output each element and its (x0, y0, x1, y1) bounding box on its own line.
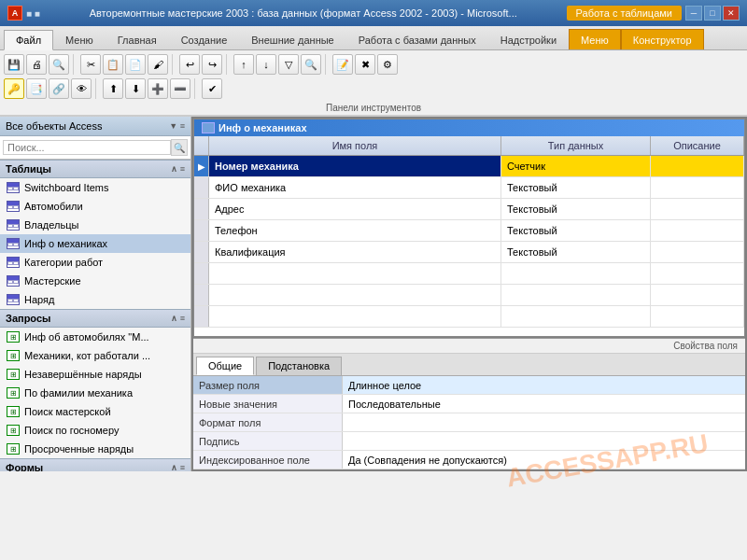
nav-item-q6[interactable]: ⊞ Поиск по госномеру (0, 421, 190, 440)
tab-designer[interactable]: Конструктор (621, 29, 704, 49)
nav-item-categories[interactable]: Категории работ (0, 253, 190, 272)
tab-home[interactable]: Главная (106, 29, 169, 49)
tab-menu1[interactable]: Меню (53, 29, 106, 49)
table-row-empty[interactable] (194, 306, 744, 328)
prop-row-new-values[interactable]: Новые значения Последовательные (193, 395, 745, 413)
nav-item-cars[interactable]: Автомобили (0, 197, 190, 216)
nav-item-workshops[interactable]: Мастерские (0, 272, 190, 290)
cell-desc-3[interactable] (651, 199, 744, 219)
prop-row-indexed[interactable]: Индексированное поле Да (Совпадения не д… (193, 451, 745, 469)
table-row-empty[interactable] (194, 263, 744, 285)
queries-section-header[interactable]: Запросы ∧ ≡ (0, 309, 190, 328)
toolbar-btn-check[interactable]: ✔ (202, 78, 222, 99)
cell-type-5[interactable]: Текстовый (501, 242, 651, 262)
tab-create[interactable]: Создание (169, 29, 240, 49)
nav-search-bar: 🔍 (0, 136, 190, 160)
prop-value-size[interactable]: Длинное целое (343, 376, 745, 394)
table-row[interactable]: Телефон Текстовый (194, 220, 744, 242)
maximize-button[interactable]: □ (704, 6, 721, 21)
nav-item-q4[interactable]: ⊞ По фамилии механика (0, 384, 190, 402)
cell-field-3[interactable]: Адрес (209, 199, 501, 219)
toolbar-btn-redo[interactable]: ↪ (202, 54, 222, 75)
prop-value-format[interactable] (343, 413, 745, 431)
toolbar-btn-print[interactable]: 🖨 (26, 54, 47, 75)
nav-item-switchboard[interactable]: Switchboard Items (0, 178, 190, 197)
nav-item-orders[interactable]: Наряд (0, 290, 190, 309)
nav-item-owners[interactable]: Владельцы (0, 216, 190, 234)
cell-field-4[interactable]: Телефон (209, 220, 501, 241)
nav-chevron[interactable]: ▼ ≡ (169, 121, 185, 131)
toolbar-btn-delete[interactable]: ✖ (355, 54, 375, 75)
prop-value-new-values[interactable]: Последовательные (343, 395, 745, 413)
ribbon-tab-highlight[interactable]: Работа с таблицами (567, 6, 682, 21)
toolbar-btn-sort-desc[interactable]: ↓ (256, 54, 276, 75)
nav-item-mechanics[interactable]: Инф о механиках (0, 234, 190, 253)
toolbar-btn-filter[interactable]: ▽ (278, 54, 299, 75)
toolbar-btn-save[interactable]: 💾 (4, 54, 24, 75)
table-row[interactable]: Квалификация Текстовый (194, 242, 744, 263)
close-button[interactable]: ✕ (723, 6, 740, 21)
search-button[interactable]: 🔍 (171, 139, 188, 156)
table-row[interactable]: ФИО механика Текстовый (194, 177, 744, 199)
nav-item-q7[interactable]: ⊞ Просроченные наряды (0, 440, 190, 458)
toolbar-btn-cut[interactable]: ✂ (80, 54, 101, 75)
prop-value-caption[interactable] (343, 432, 745, 450)
prop-row-format[interactable]: Формат поля (193, 413, 745, 432)
table-row-empty[interactable] (194, 285, 744, 306)
cell-desc-2[interactable] (651, 177, 744, 198)
cell-field-1[interactable]: Номер механика (209, 156, 501, 176)
cell-type-1[interactable]: Счетчик (501, 156, 651, 176)
toolbar-btn-undo[interactable]: ↩ (179, 54, 200, 75)
cell-type-4[interactable]: Текстовый (501, 220, 651, 241)
nav-item-q5[interactable]: ⊞ Поиск мастерской (0, 402, 190, 421)
toolbar-btn-idx[interactable]: 📑 (26, 78, 47, 99)
forms-section-header[interactable]: Формы ∧ ≡ (0, 458, 190, 471)
table-icon-mechanics (7, 238, 20, 249)
toolbar-btn-key[interactable]: 🔑 (4, 78, 24, 99)
minimize-button[interactable]: ─ (685, 6, 702, 21)
toolbar-btn-preview[interactable]: 🔍 (49, 54, 69, 75)
cell-type-2[interactable]: Текстовый (501, 177, 651, 198)
prop-tab-general[interactable]: Общие (196, 357, 254, 375)
properties-label: Свойства поля (193, 339, 745, 354)
search-input[interactable] (3, 140, 171, 155)
toolbar-btn-new[interactable]: 📝 (332, 54, 353, 75)
toolbar-btn-properties[interactable]: ⚙ (377, 54, 398, 75)
toolbar-btn-find[interactable]: 🔍 (301, 54, 321, 75)
toolbar-btn-format[interactable]: 🖌 (148, 54, 168, 75)
toolbar-btn-insert-row[interactable]: ➕ (148, 78, 168, 99)
cell-field-5[interactable]: Квалификация (209, 242, 501, 262)
cell-field-2[interactable]: ФИО механика (209, 177, 501, 198)
toolbar-row-2: 🔑 📑 🔗 👁 ⬆ ⬇ ➕ ➖ ✔ (4, 77, 743, 101)
tables-section-header[interactable]: Таблицы ∧ ≡ (0, 160, 190, 178)
tab-external[interactable]: Внешние данные (239, 29, 345, 49)
toolbar-btn-copy[interactable]: 📋 (103, 54, 123, 75)
prop-row-size[interactable]: Размер поля Длинное целое (193, 376, 745, 395)
toolbar-btn-row-down[interactable]: ⬇ (125, 78, 146, 99)
nav-item-q3[interactable]: ⊞ Незавершённые наряды (0, 365, 190, 384)
prop-tab-lookup[interactable]: Подстановка (256, 357, 342, 375)
cell-desc-5[interactable] (651, 242, 744, 262)
cell-type-3[interactable]: Текстовый (501, 199, 651, 219)
prop-value-indexed[interactable]: Да (Совпадения не допускаются) (343, 451, 745, 469)
table-row[interactable]: ▶ Номер механика Счетчик (194, 156, 744, 177)
cell-desc-4[interactable] (651, 220, 744, 241)
cell-desc-1[interactable] (651, 156, 744, 176)
toolbar-btn-paste[interactable]: 📄 (125, 54, 146, 75)
toolbar-btn-delete-row[interactable]: ➖ (170, 78, 190, 99)
table-row[interactable]: Адрес Текстовый (194, 199, 744, 220)
tab-database[interactable]: Работа с базами данных (346, 29, 488, 49)
prop-label-new-values: Новые значения (193, 395, 343, 413)
nav-item-q2[interactable]: ⊞ Механики, кот работали ... (0, 346, 190, 365)
query-icon-3: ⊞ (7, 369, 20, 380)
sep2 (172, 54, 176, 75)
prop-row-caption[interactable]: Подпись (193, 432, 745, 451)
toolbar-btn-rel[interactable]: 🔗 (49, 78, 69, 99)
nav-item-q1[interactable]: ⊞ Инф об автомобилях "М... (0, 328, 190, 346)
tab-file[interactable]: Файл (4, 30, 53, 50)
toolbar-btn-sort-asc[interactable]: ↑ (233, 54, 254, 75)
tab-menu2[interactable]: Меню (569, 29, 621, 49)
toolbar-btn-row-up[interactable]: ⬆ (103, 78, 123, 99)
toolbar-btn-view[interactable]: 👁 (71, 78, 92, 99)
tab-addons[interactable]: Надстройки (488, 29, 569, 49)
